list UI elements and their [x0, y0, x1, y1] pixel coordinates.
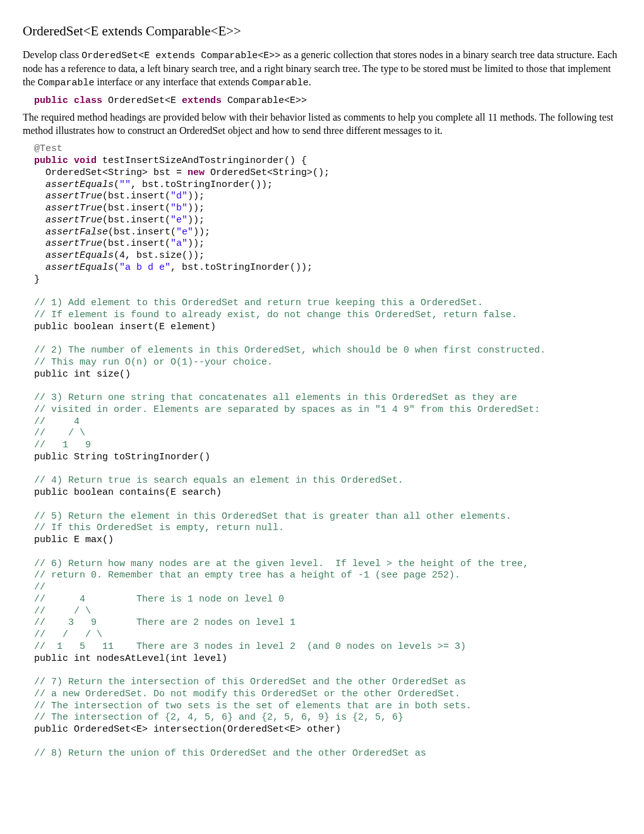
- m4-c1: // 4) Return true is search equals an el…: [34, 475, 403, 486]
- m7-c2: // a new OrderedSet. Do not modify this …: [34, 689, 460, 699]
- intro-code-b: OrderedSet<E extends Comparable<E>>: [81, 51, 280, 61]
- m1-sig: public boolean insert(E element): [34, 322, 216, 332]
- kw-new: new: [188, 167, 205, 178]
- m7-sig: public OrderedSet<E> intersection(Ordere…: [34, 724, 341, 735]
- m3-c2: // visited in order. Elements are separa…: [34, 404, 540, 415]
- m3-c3: // 4: [34, 416, 80, 427]
- fn-assertEquals-1: assertEquals: [45, 179, 114, 190]
- fn-assertFalse-1: assertFalse: [45, 227, 108, 238]
- t-l7c: ));: [188, 238, 205, 249]
- m8-c1: // 8) Return the union of this OrderedSe…: [34, 748, 426, 759]
- page-title: OrderedSet<E extends Comparable<E>>: [23, 23, 621, 40]
- m5-c1: // 5) Return the element in this Ordered…: [34, 511, 511, 522]
- paragraph-2: The required method headings are provide…: [23, 111, 621, 138]
- fn-assertTrue-1: assertTrue: [45, 191, 102, 202]
- t-l6b: (bst.insert(: [108, 227, 176, 238]
- t-l2b: (: [114, 179, 119, 190]
- m3-c4: // / \: [34, 428, 85, 438]
- t-l2a: [34, 179, 45, 190]
- t-l1c: OrderedSet<String>();: [205, 167, 330, 178]
- fn-assertTrue-2: assertTrue: [45, 203, 102, 214]
- t-l4a: [34, 203, 45, 214]
- intro-text-e: interface or any interface that extends: [95, 76, 252, 87]
- fn-assertEquals-3: assertEquals: [45, 262, 114, 273]
- t-close: }: [34, 274, 40, 285]
- t-l9b: (: [114, 262, 119, 273]
- m3-c1: // 3) Return one string that concatenate…: [34, 392, 517, 403]
- m6-sig: public int nodesAtLevel(int level): [34, 653, 227, 664]
- kw-public-void: public void: [34, 155, 97, 166]
- str-d: "d": [170, 191, 188, 202]
- t-l9a: [34, 262, 45, 273]
- m5-sig: public E max(): [34, 535, 114, 545]
- m2-c2: // This may run O(n) or O(1)--your choic…: [34, 357, 273, 368]
- kw-extends: extends: [182, 95, 222, 106]
- m2-c1: // 2) The number of elements in this Ord…: [34, 345, 546, 356]
- m6-c8: // 1 5 11 There are 3 nodes in level 2 (…: [34, 641, 466, 652]
- kw-public-class: public class: [34, 95, 102, 106]
- str-e1: "e": [170, 215, 188, 226]
- m3-c5: // 1 9: [34, 440, 91, 450]
- m3-sig: public String toStringInorder(): [34, 452, 210, 462]
- t-l3a: [34, 191, 45, 202]
- t-l4c: ));: [188, 203, 205, 214]
- intro-code-d: Comparable: [38, 78, 95, 88]
- t-l6a: [34, 227, 45, 238]
- intro-text-g: .: [309, 76, 311, 87]
- m6-c5: // / \: [34, 606, 91, 617]
- test-sig-b: testInsertSizeAndTostringinorder() {: [97, 155, 307, 166]
- m6-c7: // / / \: [34, 629, 102, 640]
- t-l5b: (bst.insert(: [102, 215, 170, 226]
- m7-c3: // The intersection of two sets is the s…: [34, 701, 472, 711]
- str-e2: "e": [176, 227, 193, 238]
- t-l7a: [34, 238, 45, 249]
- t-l6c: ));: [193, 227, 210, 238]
- annotation-test: @Test: [34, 143, 63, 154]
- m2-sig: public int size(): [34, 369, 131, 380]
- m7-c4: // The intersection of {2, 4, 5, 6} and …: [34, 712, 403, 723]
- m6-c3: //: [34, 582, 45, 593]
- fn-assertEquals-2: assertEquals: [45, 250, 114, 261]
- m4-sig: public boolean contains(E search): [34, 487, 222, 498]
- test-code-block: @Test public void testInsertSizeAndTostr…: [23, 143, 621, 759]
- t-l9c: , bst.toStringInorder());: [170, 262, 313, 273]
- t-l2c: , bst.toStringInorder());: [131, 179, 273, 190]
- m6-c2: // return 0. Remember that an empty tree…: [34, 570, 460, 581]
- t-l8a: [34, 250, 45, 261]
- class-sig-d: Comparable<E>>: [222, 95, 307, 106]
- t-l7b: (bst.insert(: [102, 238, 170, 249]
- t-l4b: (bst.insert(: [102, 203, 170, 214]
- m1-c1: // 1) Add element to this OrderedSet and…: [34, 298, 483, 308]
- m1-c2: // If element is found to already exist,…: [34, 310, 517, 320]
- t-l3c: ));: [188, 191, 205, 202]
- class-sig-b: OrderedSet<E: [102, 95, 182, 106]
- class-signature: public class OrderedSet<E extends Compar…: [23, 95, 621, 107]
- t-l1a: OrderedSet<String> bst =: [34, 167, 188, 178]
- m6-c6: // 3 9 There are 2 nodes on level 1: [34, 617, 295, 628]
- m5-c2: // If this OrderedSet is empty, return n…: [34, 523, 284, 533]
- m6-c1: // 6) Return how many nodes are at the g…: [34, 559, 528, 569]
- m7-c1: // 7) Return the intersection of this Or…: [34, 677, 466, 687]
- t-l5a: [34, 215, 45, 226]
- intro-paragraph: Develop class OrderedSet<E extends Compa…: [23, 49, 621, 89]
- str-a: "a": [170, 238, 188, 249]
- fn-assertTrue-3: assertTrue: [45, 215, 102, 226]
- intro-code-f: Comparable: [252, 78, 309, 88]
- str-abde: "a b d e": [119, 262, 170, 273]
- fn-assertTrue-4: assertTrue: [45, 238, 102, 249]
- str-b: "b": [170, 203, 188, 214]
- intro-text-a: Develop class: [23, 49, 81, 60]
- t-l8b: (4, bst.size());: [114, 250, 205, 261]
- t-l3b: (bst.insert(: [102, 191, 170, 202]
- str-empty: "": [119, 179, 131, 190]
- m6-c4: // 4 There is 1 node on level 0: [34, 594, 284, 605]
- t-l5c: ));: [188, 215, 205, 226]
